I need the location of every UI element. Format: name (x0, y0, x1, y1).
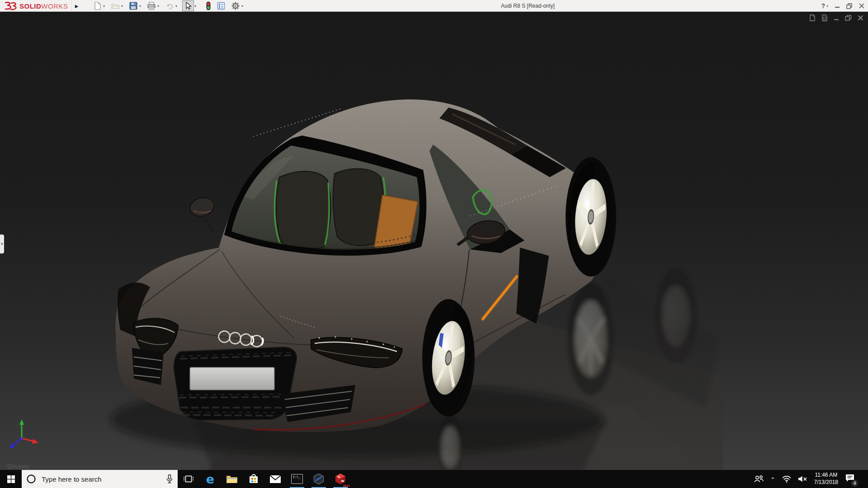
document-new-window-icon[interactable] (821, 14, 828, 21)
people-icon[interactable] (754, 475, 764, 483)
graphics-area[interactable]: *Dimetric (0, 12, 868, 470)
taskbar-edge-button[interactable]: e (199, 470, 221, 488)
options-gear-icon (231, 1, 240, 10)
file-properties-button[interactable] (216, 0, 226, 11)
open-folder-icon (111, 1, 120, 10)
3d-viewer-hexagon-icon (313, 473, 325, 485)
volume-muted-icon[interactable] (798, 475, 807, 483)
print-dropdown-arrow[interactable]: ▾ (157, 4, 159, 8)
document-window-controls (809, 14, 863, 21)
task-view-button[interactable] (178, 470, 199, 488)
close-icon (859, 3, 864, 9)
solidworks-2017-icon: S W (335, 473, 346, 485)
window-title: Audi R8 S [Read-only] (501, 3, 555, 9)
taskbar-command-prompt-button[interactable]: C:\_ (286, 470, 308, 488)
select-tool-button[interactable] (182, 0, 194, 11)
solidworks-3s-icon (3, 1, 18, 11)
restore-button[interactable] (846, 3, 853, 9)
save-button[interactable] (128, 0, 139, 11)
undo-dropdown-arrow[interactable]: ▾ (175, 4, 177, 8)
titlebar: SOLIDWORKS ▶ ▾ ▾ (0, 0, 868, 12)
windows-taskbar: e C:\_ (0, 470, 868, 488)
mail-icon (269, 475, 281, 483)
options-dropdown-arrow[interactable]: ▾ (241, 4, 243, 8)
minimize-button[interactable] (835, 3, 840, 9)
open-button[interactable] (110, 0, 121, 11)
wifi-icon[interactable] (782, 476, 791, 483)
cortana-icon (26, 474, 36, 484)
edge-icon: e (206, 473, 214, 485)
select-arrow-icon (184, 1, 193, 10)
front-grille (174, 347, 297, 420)
file-properties-icon (217, 1, 226, 10)
minimize-icon (835, 3, 840, 9)
taskbar-3d-viewer-button[interactable] (308, 470, 330, 488)
task-view-icon (184, 475, 193, 483)
search-input[interactable] (41, 475, 161, 483)
brand-text-solid: SOLID (19, 2, 41, 10)
3d-scene[interactable] (0, 12, 868, 470)
taskbar-clock[interactable]: 11:46 AM 7/13/2018 (814, 472, 838, 486)
print-icon (147, 1, 156, 10)
taskbar-solidworks-button[interactable]: S W 2017 (330, 470, 351, 488)
taskbar-file-explorer-button[interactable] (221, 470, 243, 488)
rebuild-button[interactable] (205, 0, 212, 11)
system-tray: ⌃ 11:46 AM 7/13/2018 4 (754, 470, 868, 488)
new-document-button[interactable] (93, 0, 103, 11)
taskbar-store-button[interactable] (243, 470, 264, 488)
print-button[interactable] (146, 0, 157, 11)
clock-time: 11:46 AM (814, 472, 838, 479)
taskbar-search[interactable] (22, 470, 178, 488)
clock-date: 7/13/2018 (814, 479, 838, 486)
open-dropdown-arrow[interactable]: ▾ (121, 4, 123, 8)
command-prompt-icon: C:\_ (291, 474, 303, 484)
select-dropdown-arrow[interactable]: ▾ (194, 4, 196, 8)
view-orientation-label: *Dimetric (6, 463, 30, 470)
side-blade (516, 248, 549, 324)
tray-expand-chevron[interactable]: ⌃ (770, 476, 775, 483)
undo-icon (165, 2, 174, 10)
close-button[interactable] (859, 3, 864, 9)
new-dropdown-arrow[interactable]: ▾ (103, 4, 105, 8)
store-icon (248, 474, 259, 484)
start-button[interactable] (0, 470, 22, 488)
undo-button[interactable] (164, 0, 175, 11)
brand-text-works: WORKS (41, 2, 68, 10)
license-plate (190, 367, 274, 390)
taskbar-mail-button[interactable] (264, 470, 286, 488)
document-close-icon[interactable] (858, 15, 863, 21)
notification-badge: 4 (851, 480, 858, 487)
svg-text:W: W (341, 479, 344, 483)
help-button[interactable]: ? ▾ (821, 2, 828, 9)
help-dropdown-arrow: ▾ (826, 4, 828, 8)
svg-text:S: S (338, 475, 340, 479)
document-restore-down-icon[interactable] (845, 15, 852, 21)
menu-flyout-arrow[interactable]: ▶ (71, 0, 81, 12)
windows-logo-icon (7, 475, 15, 483)
side-mirror-left (188, 195, 216, 230)
document-minimize-icon[interactable] (834, 15, 839, 21)
rebuild-stoplight-icon (206, 1, 211, 10)
new-document-icon (94, 1, 102, 10)
restore-icon (846, 3, 853, 9)
main-toolbar: ▾ ▾ ▾ (93, 0, 245, 12)
action-center-button[interactable]: 4 (845, 474, 855, 484)
microphone-icon[interactable] (166, 474, 173, 484)
save-dropdown-arrow[interactable]: ▾ (139, 4, 141, 8)
options-button[interactable] (230, 0, 241, 11)
document-restore-icon[interactable] (809, 14, 816, 21)
file-explorer-icon (226, 474, 238, 484)
save-floppy-icon (129, 1, 138, 10)
solidworks-logo: SOLIDWORKS (3, 0, 68, 12)
window-controls: ? ▾ (821, 0, 864, 12)
orientation-triad (6, 418, 42, 452)
